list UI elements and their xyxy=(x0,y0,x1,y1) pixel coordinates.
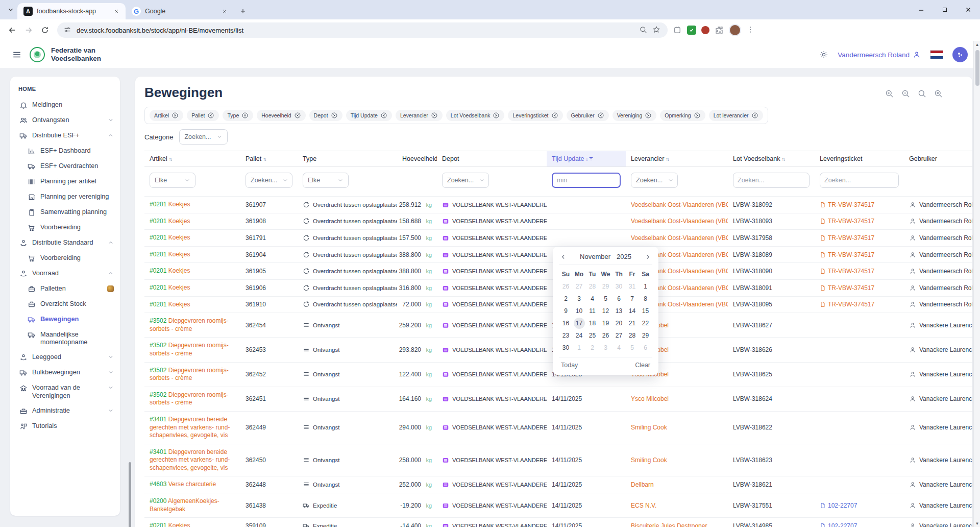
filter-select-artikel[interactable]: Elke xyxy=(150,173,195,188)
column-header-depot[interactable]: Depot xyxy=(437,151,547,166)
filter-chip-lot-voedselbank[interactable]: Lot Voedselbank xyxy=(446,110,505,121)
filter-select-leverancier[interactable]: Zoeken... xyxy=(631,173,678,188)
sidebar-item-administratie[interactable]: Administratie xyxy=(18,403,115,419)
search-icon[interactable] xyxy=(917,89,926,98)
cell-artikel[interactable]: #0201 Koekjes xyxy=(144,280,240,296)
browser-tab[interactable]: G Google xyxy=(126,3,234,19)
calendar-day[interactable]: 1 xyxy=(639,280,652,293)
calendar-day[interactable]: 23 xyxy=(559,329,573,342)
filter-chip-leverancier[interactable]: Leverancier xyxy=(396,110,443,121)
sidebar-item-leeggoed[interactable]: Leeggoed xyxy=(18,350,115,365)
theme-toggle-sun-icon[interactable] xyxy=(819,50,828,59)
filter-select-pallet[interactable]: Zoeken... xyxy=(246,173,292,188)
cell-leverancier[interactable]: Smiling Cook xyxy=(626,452,728,468)
sidebar-item-palletten[interactable]: Palletten xyxy=(27,281,115,296)
table-row[interactable]: #0201 Koekjes 359109 Expeditie -14.400 k… xyxy=(144,518,972,527)
cell-leverancier[interactable]: Voedselbank Oost-Vlaanderen (VBO) xyxy=(626,230,728,246)
calendar-day[interactable]: 30 xyxy=(559,342,573,354)
cell-leverancier[interactable]: Dellbarn xyxy=(626,477,728,493)
new-tab-button[interactable] xyxy=(237,5,249,17)
calendar-day[interactable]: 3 xyxy=(599,342,612,354)
cell-artikel[interactable]: #3401 Diepgevroren bereide gerechten met… xyxy=(144,412,240,444)
tab-search-icon[interactable] xyxy=(4,3,17,16)
record-extension-icon[interactable] xyxy=(701,26,709,34)
puzzle-extensions-icon[interactable] xyxy=(715,26,724,35)
calendar-day[interactable]: 2 xyxy=(559,293,573,305)
filter-select-type[interactable]: Elke xyxy=(303,173,349,188)
cell-artikel[interactable]: #0201 Koekjes xyxy=(144,197,240,213)
calendar-day[interactable]: 28 xyxy=(586,280,599,293)
filter-chip-leveringsticket[interactable]: Leveringsticket xyxy=(508,110,562,121)
close-icon[interactable] xyxy=(112,7,120,15)
table-row[interactable]: #3502 Diepgevroren roomijs-sorbets - crè… xyxy=(144,387,972,412)
calendar-day[interactable]: 21 xyxy=(626,317,639,329)
cell-artikel[interactable]: #3502 Diepgevroren roomijs-sorbets - crè… xyxy=(144,363,240,387)
lens-search-icon[interactable] xyxy=(639,26,648,35)
sidebar-item-voorraad[interactable]: Voorraad xyxy=(18,266,115,281)
sidebar-item-bulkbewegingen[interactable]: Bulkbewegingen xyxy=(18,365,115,380)
calendar-day[interactable]: 5 xyxy=(626,342,639,354)
calendar-month[interactable]: November xyxy=(580,253,610,260)
calendar-day[interactable]: 24 xyxy=(573,329,586,342)
sidebar-item-voorbereiding[interactable]: Voorbereiding xyxy=(27,220,115,235)
remove-chip-icon[interactable] xyxy=(597,112,604,119)
forward-icon[interactable] xyxy=(21,23,36,37)
back-icon[interactable] xyxy=(5,23,19,37)
cell-artikel[interactable]: #0201 Koekjes xyxy=(144,518,240,527)
column-header-type[interactable]: Type xyxy=(298,151,397,166)
calendar-day[interactable]: 6 xyxy=(639,342,652,354)
sidebar-item-voorbereiding[interactable]: Voorbereiding xyxy=(27,250,115,266)
language-flag-nl[interactable] xyxy=(930,50,943,59)
cell-artikel[interactable]: #0201 Koekjes xyxy=(144,213,240,230)
remove-chip-icon[interactable] xyxy=(551,112,558,119)
table-row[interactable]: #0201 Koekjes 361908 Overdracht tussen o… xyxy=(144,213,972,230)
filter-chip-artikel[interactable]: Artikel xyxy=(150,110,183,121)
remove-chip-icon[interactable] xyxy=(294,112,301,119)
table-row[interactable]: #0200 AlgemeenKoekjes-Banketgebak 361438… xyxy=(144,493,972,518)
calendar-day[interactable]: 9 xyxy=(559,305,573,317)
remove-chip-icon[interactable] xyxy=(172,112,179,119)
cell-leverancier[interactable]: Voedselbank Oost-Vlaanderen (VBO) xyxy=(626,213,728,229)
cell-leveringsticket[interactable] xyxy=(815,342,904,357)
table-row[interactable]: #0201 Koekjes 361907 Overdracht tussen o… xyxy=(144,197,972,213)
cell-artikel[interactable]: #0201 Koekjes xyxy=(144,263,240,279)
cell-artikel[interactable]: #0201 Koekjes xyxy=(144,297,240,313)
cell-leveringsticket[interactable] xyxy=(815,452,904,468)
cell-leveringsticket[interactable] xyxy=(815,391,904,407)
calendar-day[interactable]: 28 xyxy=(626,329,639,342)
calendar-day[interactable]: 7 xyxy=(626,293,639,305)
filter-input-lot-voedselbank[interactable] xyxy=(733,173,810,188)
filter-chip-tijd-update[interactable]: Tijd Update xyxy=(346,110,392,121)
column-header-pallet[interactable]: Pallet↑↓ xyxy=(240,151,298,166)
search-clear-icon[interactable] xyxy=(934,89,943,98)
remove-chip-icon[interactable] xyxy=(694,112,701,119)
filter-chip-vereniging[interactable]: Vereniging xyxy=(612,110,657,121)
close-window-icon[interactable] xyxy=(957,0,980,19)
remove-chip-icon[interactable] xyxy=(380,112,387,119)
table-row[interactable]: #0201 Koekjes 361791 Overdracht tussen o… xyxy=(144,230,972,247)
calendar-day-today[interactable]: 17 xyxy=(573,317,586,329)
cell-leveringsticket[interactable]: TR-VBW-374517 xyxy=(815,230,904,246)
content-scrollbar-thumb[interactable] xyxy=(129,462,131,527)
cell-leveringsticket[interactable]: 102-22707 xyxy=(815,518,904,527)
filter-select-depot[interactable]: Zoeken... xyxy=(442,173,489,188)
filter-chip-gebruiker[interactable]: Gebruiker xyxy=(567,110,609,121)
cell-leveringsticket[interactable]: TR-VBW-374517 xyxy=(815,264,904,279)
sort-icon[interactable]: ↑↓ xyxy=(781,156,785,162)
column-header-lot-voedselbank[interactable]: Lot Voedselbank↑↓ xyxy=(728,151,815,166)
calendar-day[interactable]: 12 xyxy=(599,305,612,317)
cell-artikel[interactable]: #0200 AlgemeenKoekjes-Banketgebak xyxy=(144,493,240,517)
close-icon[interactable] xyxy=(220,7,229,15)
calendar-clear-button[interactable]: Clear xyxy=(635,362,650,369)
sidebar-item-esf-overdrachten[interactable]: ESF+ Overdrachten xyxy=(27,158,115,174)
scroll-down-arrow[interactable]: ▼ xyxy=(974,520,980,527)
scroll-up-arrow[interactable]: ▲ xyxy=(974,41,980,48)
cell-leverancier[interactable]: ECS N.V. xyxy=(626,497,728,513)
sidebar-item-tutorials[interactable]: Tutorials xyxy=(18,419,115,434)
cell-leveringsticket[interactable]: TR-VBW-374517 xyxy=(815,247,904,262)
sidebar-item-planning-per-vereniging[interactable]: Planning per vereniging xyxy=(27,189,115,204)
cell-leveringsticket[interactable] xyxy=(815,420,904,436)
cell-leveringsticket[interactable] xyxy=(815,317,904,333)
calendar-day[interactable]: 15 xyxy=(639,305,652,317)
calendar-day[interactable]: 30 xyxy=(612,280,626,293)
